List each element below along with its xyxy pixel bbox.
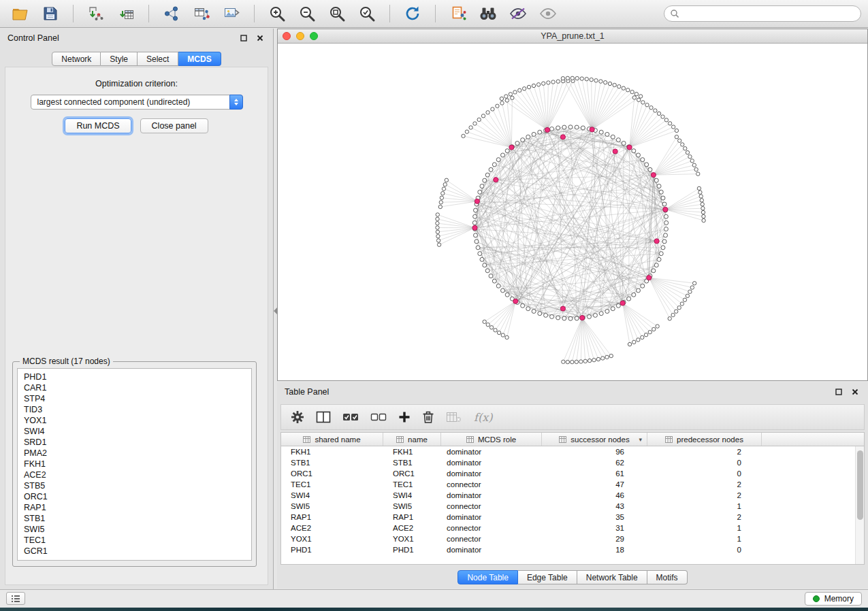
table-row[interactable]: TEC1TEC1connector472 [281, 479, 864, 490]
network-canvas[interactable] [278, 44, 867, 380]
table-cell: dominator [441, 459, 542, 467]
table-row[interactable]: FKH1FKH1dominator962 [281, 446, 864, 457]
import-table-button[interactable] [112, 2, 140, 25]
refresh-layout-button[interactable] [399, 2, 426, 25]
network-window-title: YPA_prune.txt_1 [278, 31, 867, 41]
float-panel-button[interactable] [238, 33, 249, 44]
mcds-result-item[interactable]: RAP1 [24, 502, 251, 513]
open-file-button[interactable] [7, 2, 34, 25]
hide-results-button[interactable] [504, 2, 532, 25]
table-cell: 35 [542, 513, 647, 521]
status-menu-button[interactable] [6, 592, 25, 605]
mcds-result-item[interactable]: ORC1 [24, 491, 251, 502]
mcds-result-item[interactable]: FKH1 [24, 459, 251, 469]
copy-style-button[interactable] [445, 2, 472, 25]
search-input[interactable] [664, 5, 861, 22]
mcds-result-item[interactable]: SWI5 [24, 524, 251, 535]
column-header-shared-name[interactable]: shared name [281, 433, 383, 446]
table-row[interactable]: SWI5SWI5connector431 [281, 501, 864, 512]
mcds-result-item[interactable]: ACE2 [24, 469, 251, 480]
function-builder-button[interactable]: f(x) [474, 411, 492, 424]
table-row[interactable]: PHD1PHD1dominator180 [281, 544, 864, 555]
zoom-fit-button[interactable] [323, 2, 351, 25]
zoom-selected-icon [358, 5, 376, 22]
tab-mcds[interactable]: MCDS [178, 52, 221, 66]
sort-descending-icon[interactable]: ▾ [639, 436, 642, 443]
column-label: name [408, 435, 428, 444]
mcds-result-item[interactable]: YOX1 [24, 415, 251, 426]
mcds-result-item[interactable]: PMA2 [24, 448, 251, 459]
mcds-result-item[interactable]: PHD1 [24, 371, 251, 382]
column-header-predecessor-nodes[interactable]: predecessor nodes [647, 433, 762, 446]
table-row[interactable]: YOX1YOX1connector291 [281, 533, 864, 544]
mcds-result-item[interactable]: SWI4 [24, 426, 251, 437]
tab-network[interactable]: Network [52, 52, 101, 66]
mcds-result-item[interactable]: TEC1 [24, 535, 251, 546]
toolbar-separator [435, 5, 436, 22]
mcds-result-item[interactable]: TID3 [24, 404, 251, 415]
tab-select[interactable]: Select [138, 52, 178, 66]
criterion-select[interactable]: largest connected component (undirected) [31, 95, 243, 110]
close-mcds-panel-button[interactable]: Close panel [140, 118, 208, 133]
add-column-button[interactable] [398, 411, 411, 423]
new-network-button[interactable] [158, 2, 185, 25]
new-network-table-button[interactable] [188, 2, 215, 25]
close-window-button[interactable] [283, 32, 291, 40]
network-graph[interactable] [278, 44, 867, 380]
export-image-button[interactable] [218, 2, 245, 25]
mcds-result-item[interactable]: STB5 [24, 480, 251, 491]
table-cell: dominator [441, 491, 542, 499]
memory-button[interactable]: Memory [805, 592, 862, 606]
scrollbar-thumb[interactable] [857, 450, 863, 520]
column-header-name[interactable]: name [383, 433, 441, 446]
show-columns-button[interactable] [316, 411, 331, 423]
select-all-button[interactable] [342, 412, 359, 423]
table-cell: RAP1 [383, 513, 441, 521]
delete-column-button[interactable] [422, 410, 434, 424]
table-cell: 47 [542, 480, 647, 489]
zoom-out-button[interactable] [293, 2, 321, 25]
mcds-result-item[interactable]: SRD1 [24, 437, 251, 448]
maximize-window-button[interactable] [310, 32, 318, 40]
table-cell: ORC1 [383, 469, 441, 478]
search-network-button[interactable] [475, 2, 502, 25]
mcds-result-item[interactable]: GCR1 [24, 546, 251, 557]
table-row[interactable]: ORC1ORC1dominator610 [281, 468, 864, 479]
mcds-result-item[interactable]: STP4 [24, 393, 251, 404]
mcds-result-item[interactable]: CAR1 [24, 382, 251, 393]
close-icon [257, 35, 263, 42]
close-panel-button[interactable] [255, 33, 266, 44]
tab-network-table[interactable]: Network Table [577, 570, 647, 584]
import-network-button[interactable] [82, 2, 110, 25]
table-cell: connector [441, 480, 542, 489]
mcds-result-list[interactable]: PHD1CAR1STP4TID3YOX1SWI4SRD1PMA2FKH1ACE2… [17, 368, 252, 561]
zoom-in-button[interactable] [263, 2, 291, 25]
tab-edge-table[interactable]: Edge Table [518, 570, 577, 584]
tab-node-table[interactable]: Node Table [457, 570, 518, 584]
network-window-titlebar[interactable]: YPA_prune.txt_1 [278, 29, 867, 44]
column-header-mcds-role[interactable]: MCDS role [441, 433, 542, 446]
table-row[interactable]: RAP1RAP1dominator352 [281, 512, 864, 523]
minimize-window-button[interactable] [296, 32, 304, 40]
tab-style[interactable]: Style [101, 52, 138, 66]
close-table-panel-button[interactable] [850, 386, 861, 397]
tab-motifs[interactable]: Motifs [647, 570, 688, 584]
unchecked-boxes-icon [370, 412, 387, 423]
import-table-icon [118, 5, 134, 22]
table-row[interactable]: SWI4SWI4dominator462 [281, 490, 864, 501]
column-header-successor-nodes[interactable]: successor nodes ▾ [542, 433, 647, 446]
float-table-panel-button[interactable] [833, 386, 844, 397]
mcds-result-item[interactable]: STB1 [24, 513, 251, 524]
run-mcds-button[interactable]: Run MCDS [65, 118, 131, 133]
table-settings-button[interactable] [291, 410, 304, 424]
control-panel-header: Control Panel [0, 29, 273, 47]
table-row[interactable]: ACE2ACE2connector311 [281, 523, 864, 533]
show-results-button[interactable] [534, 2, 562, 25]
table-row[interactable]: STB1STB1dominator620 [281, 457, 864, 468]
plus-icon [398, 411, 411, 423]
table-scrollbar[interactable] [855, 446, 864, 564]
save-session-button[interactable] [37, 2, 64, 25]
deselect-all-button[interactable] [370, 412, 387, 423]
zoom-selected-button[interactable] [353, 2, 381, 25]
gear-icon [291, 410, 304, 424]
